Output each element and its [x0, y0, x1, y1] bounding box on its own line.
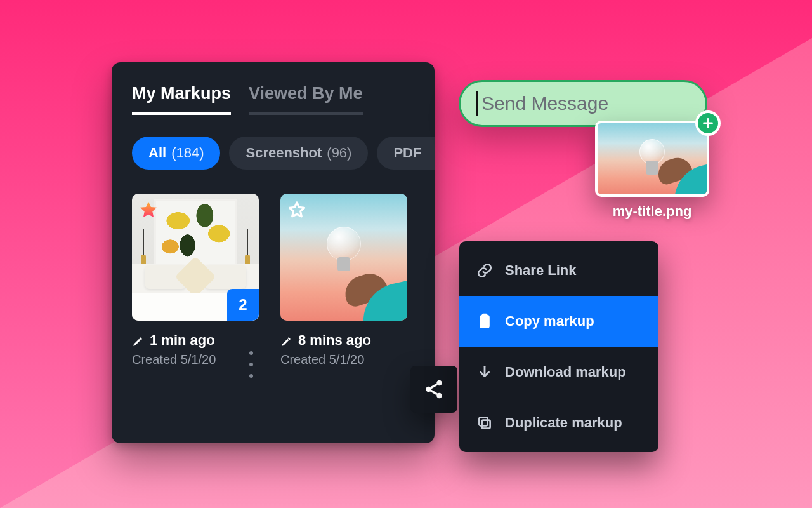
menu-item-label: Duplicate markup: [505, 415, 622, 431]
card-grid: 2 1 min ago Created 5/1/20: [112, 170, 435, 367]
last-edited-label: 8 mins ago: [298, 332, 371, 349]
svg-line-4: [431, 391, 437, 394]
card-meta: 8 mins ago Created 5/1/20: [280, 332, 407, 367]
share-icon: [423, 378, 445, 400]
tab-my-markups[interactable]: My Markups: [132, 84, 231, 115]
attachment-thumbnail[interactable]: [595, 121, 709, 197]
menu-item-label: Copy markup: [505, 313, 594, 330]
attachment-filename: my-title.png: [595, 203, 709, 220]
plus-icon: [701, 116, 715, 130]
menu-item-copy-markup[interactable]: Copy markup: [459, 296, 658, 347]
thumbnail[interactable]: 2: [132, 194, 259, 321]
thumbnail[interactable]: [280, 194, 407, 321]
share-button[interactable]: [410, 366, 457, 413]
filter-label: Screenshot: [246, 145, 322, 161]
svg-line-3: [431, 384, 437, 388]
annotation-count-badge: 2: [227, 289, 259, 321]
menu-item-label: Share Link: [505, 262, 576, 279]
pencil-icon: [280, 335, 292, 346]
message-input[interactable]: Send Message: [459, 80, 707, 127]
markup-card[interactable]: 2 1 min ago Created 5/1/20: [132, 194, 259, 367]
tab-bar: My Markups Viewed By Me: [112, 84, 435, 115]
svg-rect-6: [483, 314, 487, 317]
menu-item-duplicate-markup[interactable]: Duplicate markup: [459, 398, 658, 448]
filter-label: PDF: [393, 145, 421, 161]
filter-chip-pdf[interactable]: PDF: [377, 137, 435, 170]
svg-rect-8: [482, 420, 490, 429]
markups-panel: My Markups Viewed By Me All (184) Screen…: [112, 62, 435, 443]
markup-card[interactable]: 8 mins ago Created 5/1/20: [280, 194, 407, 367]
menu-item-label: Download markup: [505, 364, 626, 380]
filter-chip-screenshot[interactable]: Screenshot (96): [229, 137, 368, 170]
card-meta: 1 min ago Created 5/1/20: [132, 332, 259, 367]
menu-item-share-link[interactable]: Share Link: [459, 245, 658, 296]
text-caret: [476, 91, 478, 116]
filter-count: (184): [171, 145, 204, 161]
clipboard-icon: [476, 312, 494, 330]
created-date-label: Created 5/1/20: [132, 352, 259, 367]
star-outline-icon[interactable]: [287, 200, 307, 220]
menu-item-download-markup[interactable]: Download markup: [459, 347, 658, 398]
add-attachment-button[interactable]: [695, 110, 721, 136]
star-filled-icon[interactable]: [138, 200, 159, 220]
tab-viewed-by-me[interactable]: Viewed By Me: [249, 84, 363, 115]
more-options-button[interactable]: [242, 351, 260, 378]
duplicate-icon: [476, 414, 494, 432]
filter-label: All: [148, 145, 166, 161]
thumbnail-image: [598, 123, 707, 194]
message-placeholder: Send Message: [481, 93, 608, 114]
pencil-icon: [132, 335, 143, 346]
filter-chip-row: All (184) Screenshot (96) PDF: [112, 115, 435, 170]
link-icon: [476, 262, 494, 279]
svg-rect-9: [479, 417, 487, 425]
filter-chip-all[interactable]: All (184): [132, 137, 220, 170]
created-date-label: Created 5/1/20: [280, 352, 407, 367]
context-menu: Share Link Copy markup Download markup D…: [459, 241, 658, 452]
download-icon: [476, 363, 494, 381]
last-edited-label: 1 min ago: [150, 332, 215, 349]
filter-count: (96): [327, 145, 351, 161]
